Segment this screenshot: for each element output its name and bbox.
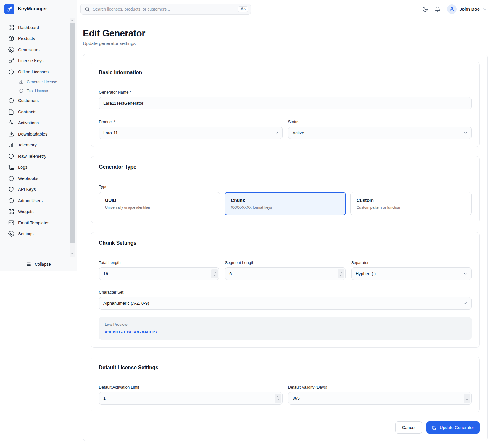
type-option-description: Custom pattern or function <box>357 205 465 210</box>
circle-icon <box>19 88 24 93</box>
scrollbar-thumb[interactable] <box>70 23 75 243</box>
status-label: Status <box>288 120 472 124</box>
live-preview-label: Live Preview <box>105 322 466 327</box>
stepper-up-icon[interactable] <box>339 271 342 273</box>
circle-icon <box>8 153 14 159</box>
download-icon <box>8 131 14 137</box>
type-option-uuid[interactable]: UUIDUniversally unique identifier <box>99 192 220 215</box>
number-stepper[interactable] <box>338 269 344 278</box>
sidebar-item-raw-telemetry[interactable]: Raw Telemetry <box>3 151 69 162</box>
sidebar-item-license-keys[interactable]: License Keys <box>3 55 69 67</box>
sidebar-item-dashboard[interactable]: Dashboard <box>3 22 69 33</box>
sidebar-item-generate-license[interactable]: Generate License <box>3 78 69 86</box>
sidebar-item-label: Email Templates <box>18 220 49 225</box>
chevron-down-icon <box>274 130 279 136</box>
default-license-settings-card: Default License Settings Default Activat… <box>91 357 480 412</box>
sidebar-nav-wrap: DashboardProductsGeneratorsLicense KeysO… <box>0 18 77 257</box>
sidebar-item-test-license[interactable]: Test License <box>3 86 69 95</box>
stepper-up-icon[interactable] <box>276 395 279 398</box>
chevron-down-icon <box>463 301 468 306</box>
search-icon <box>85 7 90 12</box>
page-subtitle: Update generator settings <box>83 41 488 46</box>
sidebar-item-settings[interactable]: Settings <box>3 228 69 240</box>
user-menu[interactable]: John Doe <box>447 4 487 14</box>
global-search[interactable]: ⌘K <box>80 4 251 15</box>
sidebar-item-widgets[interactable]: Widgets <box>3 206 69 217</box>
type-option-description: Universally unique identifier <box>105 205 214 210</box>
default-validity-input[interactable] <box>288 392 472 405</box>
type-option-description: XXXX-XXXX format keys <box>231 205 340 210</box>
sidebar-item-label: Contracts <box>18 109 36 114</box>
sidebar-item-label: API Keys <box>18 187 36 192</box>
sidebar-item-label: Generate License <box>27 80 57 84</box>
stepper-down-icon[interactable] <box>213 274 216 277</box>
download-icon <box>19 80 24 84</box>
stepper-down-icon[interactable] <box>339 274 342 277</box>
sidebar-item-contracts[interactable]: Contracts <box>3 106 69 117</box>
topbar-right: John Doe <box>422 4 487 14</box>
sidebar-item-email-templates[interactable]: Email Templates <box>3 217 69 228</box>
number-stepper[interactable] <box>275 394 281 403</box>
sidebar-item-customers[interactable]: Customers <box>3 95 69 107</box>
sidebar-item-label: Webhooks <box>18 176 38 181</box>
sidebar-item-label: Generators <box>18 47 40 52</box>
cancel-button[interactable]: Cancel <box>395 421 422 434</box>
total-length-input[interactable] <box>99 267 219 280</box>
user-name: John Doe <box>459 7 480 12</box>
type-option-title: UUID <box>105 198 214 203</box>
generator-name-label: Generator Name * <box>99 90 472 94</box>
total-length-label: Total Length <box>99 260 219 265</box>
separator-select-value: Hyphen (-) <box>351 267 472 280</box>
moon-icon[interactable] <box>422 6 428 12</box>
shield-icon <box>8 186 14 192</box>
type-option-chunk[interactable]: ChunkXXXX-XXXX format keys <box>225 192 346 215</box>
stepper-up-icon[interactable] <box>213 271 216 273</box>
app-logo: KeyManager <box>0 0 77 18</box>
segment-length-input[interactable] <box>225 267 345 280</box>
search-input[interactable] <box>93 7 235 12</box>
bell-icon[interactable] <box>435 6 441 12</box>
sidebar-item-logs[interactable]: Logs <box>3 162 69 173</box>
sidebar-item-label: Products <box>18 36 35 41</box>
basic-information-heading: Basic Information <box>99 70 472 76</box>
save-icon <box>432 425 437 430</box>
sidebar-item-label: Admin Users <box>18 198 43 203</box>
circle-icon <box>8 175 14 181</box>
stepper-down-icon[interactable] <box>276 399 279 401</box>
sidebar-item-api-keys[interactable]: API Keys <box>3 184 69 195</box>
sidebar-collapse-button[interactable]: Collapse <box>0 257 77 271</box>
sidebar-item-generators[interactable]: Generators <box>3 44 69 55</box>
sidebar-item-label: Activations <box>18 120 39 125</box>
default-activation-limit-label: Default Activation Limit <box>99 385 283 389</box>
stepper-up-icon[interactable] <box>466 395 468 398</box>
update-generator-button[interactable]: Update Generator <box>426 421 480 434</box>
product-select[interactable]: Lara-11 <box>99 127 283 139</box>
sidebar-item-telemetry[interactable]: Telemetry <box>3 140 69 151</box>
scroll-up-icon[interactable] <box>70 18 75 23</box>
scroll-down-icon[interactable] <box>70 251 75 256</box>
page-title: Edit Generator <box>83 28 488 39</box>
sidebar-item-label: Dashboard <box>18 25 39 30</box>
file-text-icon <box>8 109 14 115</box>
type-option-custom[interactable]: CustomCustom pattern or function <box>350 192 472 215</box>
main: ⌘K John Doe Edit Generator Update genera… <box>77 0 495 448</box>
topbar: ⌘K John Doe <box>77 0 495 18</box>
sidebar-item-label: Widgets <box>18 209 33 214</box>
sidebar-item-products[interactable]: Products <box>3 33 69 44</box>
sidebar-item-activations[interactable]: Activations <box>3 117 69 129</box>
sidebar-item-admin-users[interactable]: Admin Users <box>3 195 69 206</box>
stepper-down-icon[interactable] <box>466 399 468 401</box>
number-stepper[interactable] <box>464 394 470 403</box>
sidebar-item-downloadables[interactable]: Downloadables <box>3 128 69 140</box>
default-activation-limit-input[interactable] <box>99 392 283 405</box>
character-set-select[interactable]: Alphanumeric (A-Z, 0-9) <box>99 297 472 310</box>
sidebar-item-offline-licenses[interactable]: Offline Licenses <box>3 66 69 78</box>
number-stepper[interactable] <box>211 269 218 278</box>
mail-icon <box>8 220 14 226</box>
generator-name-input[interactable] <box>99 97 472 109</box>
gear-icon <box>8 231 14 237</box>
status-select[interactable]: Active <box>288 127 472 139</box>
sidebar-item-webhooks[interactable]: Webhooks <box>3 173 69 184</box>
sidebar-scrollbar[interactable] <box>70 18 75 257</box>
separator-select[interactable]: Hyphen (-) <box>351 267 472 280</box>
